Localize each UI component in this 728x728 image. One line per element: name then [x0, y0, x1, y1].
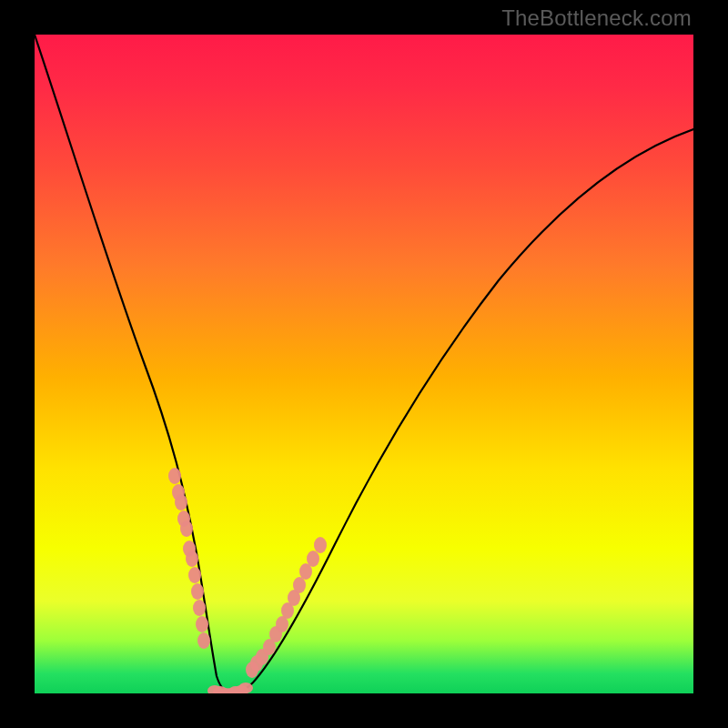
svg-point-30	[238, 682, 253, 693]
svg-point-11	[197, 632, 210, 649]
right-dot-cluster	[246, 537, 327, 678]
svg-point-20	[293, 577, 306, 593]
svg-point-0	[168, 468, 181, 484]
valley-floor-cluster	[207, 682, 253, 693]
chart-plot-area	[35, 35, 693, 693]
svg-point-22	[307, 551, 319, 567]
left-dot-cluster	[168, 468, 210, 649]
svg-point-2	[175, 494, 187, 511]
svg-point-23	[314, 537, 327, 553]
chart-svg	[35, 35, 693, 693]
svg-point-6	[186, 551, 198, 567]
bottleneck-curve-line	[35, 35, 693, 693]
svg-point-9	[193, 600, 206, 616]
svg-point-8	[191, 583, 204, 600]
svg-point-4	[180, 521, 193, 537]
svg-point-7	[188, 567, 201, 583]
svg-point-10	[196, 616, 208, 632]
watermark-text: TheBottleneck.com	[501, 5, 692, 31]
chart-frame: TheBottleneck.com	[0, 0, 728, 728]
